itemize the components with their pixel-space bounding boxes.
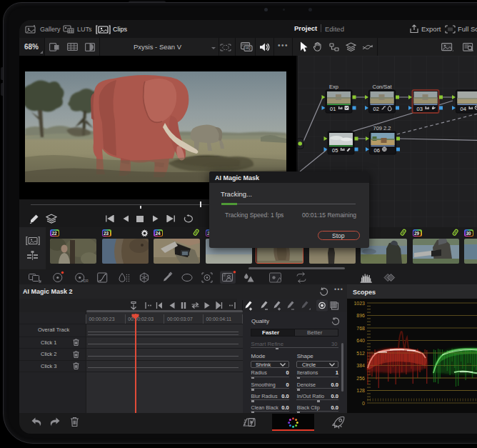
svg-text:01: 01 [330,106,336,112]
svg-text:03: 03 [417,106,423,112]
svg-text:0: 0 [362,401,365,406]
svg-text:Exp: Exp [329,84,338,90]
svg-text:512: 512 [356,351,365,356]
svg-text:256: 256 [356,376,365,381]
svg-text:HQ: HQ [246,46,251,50]
svg-text:896: 896 [356,313,365,318]
svg-text:02: 02 [373,106,379,112]
svg-text:HDR: HDR [81,279,89,283]
svg-text:384: 384 [356,363,365,368]
svg-text:04: 04 [461,106,466,112]
svg-text:768: 768 [356,326,365,331]
svg-text:1023: 1023 [353,301,365,306]
svg-text:640: 640 [356,338,365,343]
svg-text:06: 06 [374,147,380,154]
svg-text:Con/Sat: Con/Sat [373,84,393,90]
svg-text:05: 05 [332,147,338,154]
svg-text:709 2.2: 709 2.2 [373,125,391,131]
svg-text:128: 128 [356,388,365,393]
